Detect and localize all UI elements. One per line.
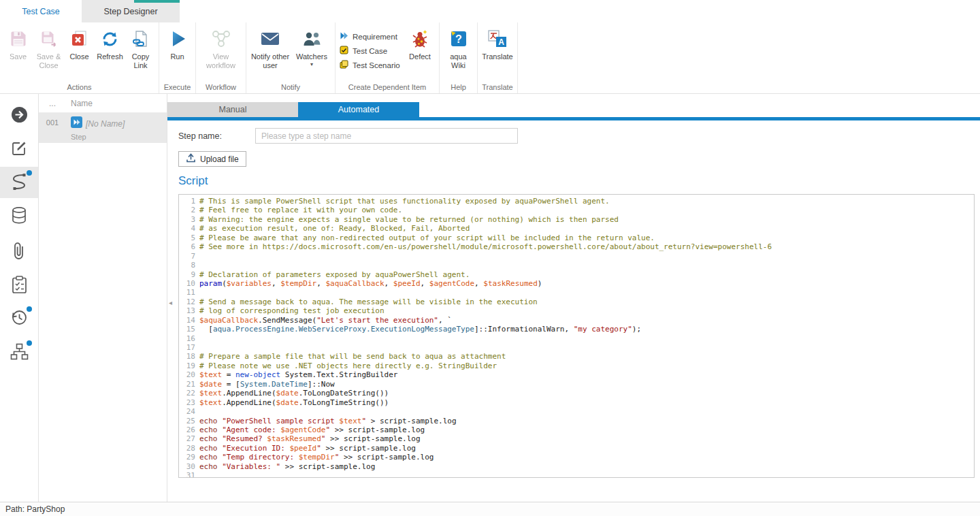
create-defect-label: Defect xyxy=(409,52,431,61)
step-name-input[interactable] xyxy=(255,128,518,144)
line-number: 2 xyxy=(179,206,199,214)
script-editor[interactable]: 1# This is sample PowerShell script that… xyxy=(178,194,975,478)
watchers-button[interactable]: Watchers ▾ xyxy=(291,24,332,67)
create-requirement-button[interactable]: Requirement xyxy=(338,29,404,44)
create-test-scenario-label: Test Scenario xyxy=(353,61,400,69)
line-number: 17 xyxy=(179,343,199,352)
step-list-item[interactable]: 001 [No Name] Step xyxy=(39,113,167,143)
line-number: 10 xyxy=(179,279,199,288)
code-line: 31 xyxy=(179,471,974,478)
code-line: 20$text = new-object System.Text.StringB… xyxy=(179,370,974,379)
close-button[interactable]: Close xyxy=(64,24,95,61)
sidebar-item-checklist[interactable] xyxy=(0,270,38,302)
panel-collapse-handle[interactable]: ◂ xyxy=(167,296,174,308)
step-row-body: [No Name] Step xyxy=(66,116,167,143)
sidebar-item-data[interactable] xyxy=(0,201,38,232)
code-line: 6# See more in https://docs.microsoft.co… xyxy=(179,242,974,251)
ribbon-group-translate-label: Translate xyxy=(478,83,517,91)
step-name-text: [No Name] xyxy=(86,119,125,129)
tab-manual[interactable]: Manual xyxy=(167,102,298,117)
test-case-icon xyxy=(340,46,348,56)
refresh-button[interactable]: Refresh xyxy=(95,24,125,61)
sidebar-item-edit[interactable] xyxy=(0,134,38,165)
close-button-label: Close xyxy=(69,52,88,61)
notification-dot xyxy=(27,306,32,312)
accent-bar xyxy=(134,0,180,3)
code-line: 15 [aqua.ProcessEngine.WebServiceProxy.E… xyxy=(179,325,974,334)
line-number: 26 xyxy=(179,425,199,434)
code-line: 5# Please be aware that any non-redirect… xyxy=(179,233,974,242)
defect-icon xyxy=(410,27,430,51)
upload-file-button[interactable]: Upload file xyxy=(178,151,246,167)
steps-header-options: ... xyxy=(39,99,66,108)
step-name-label: Step name: xyxy=(178,131,222,141)
line-number: 12 xyxy=(179,297,199,306)
copy-link-button[interactable]: Copy Link xyxy=(125,24,156,70)
create-test-scenario-button[interactable]: Test Scenario xyxy=(338,58,404,72)
create-test-case-button[interactable]: Test Case xyxy=(338,44,404,58)
save-button[interactable]: Save xyxy=(3,24,33,61)
aqua-wiki-button[interactable]: ? aqua Wiki xyxy=(442,24,474,70)
tab-step-designer[interactable]: Step Designer xyxy=(82,0,180,22)
ribbon-group-workflow-label: Workflow xyxy=(196,83,246,91)
tab-automated[interactable]: Automated xyxy=(298,102,419,117)
code-lines: 1# This is sample PowerShell script that… xyxy=(179,197,974,478)
line-number: 4 xyxy=(179,224,199,233)
sidebar-item-dependencies[interactable] xyxy=(0,337,38,368)
code-line: 22$text.AppendLine($date.ToLongDateStrin… xyxy=(179,389,974,398)
code-line: 28echo "Execution ID: $peeId" >> script-… xyxy=(179,444,974,453)
code-line: 1# This is sample PowerShell script that… xyxy=(179,197,974,206)
left-sidebar xyxy=(0,94,39,502)
code-line: 26echo "Agent code: $agentCode" >> scrip… xyxy=(179,425,974,434)
run-button[interactable]: Run xyxy=(162,24,193,61)
line-number: 19 xyxy=(179,361,199,370)
ribbon-group-translate: A Translate Translate xyxy=(478,22,518,93)
ribbon-group-actions-label: Actions xyxy=(0,83,159,91)
upload-icon xyxy=(186,153,196,165)
tab-test-case[interactable]: Test Case xyxy=(0,0,82,22)
mode-tabs: Manual Automated xyxy=(167,102,980,120)
code-line: 13# log of corresponding test job execut… xyxy=(179,306,974,315)
code-line: 8 xyxy=(179,261,974,270)
copy-link-icon xyxy=(132,27,150,51)
translate-icon: A xyxy=(487,27,508,51)
line-number: 28 xyxy=(179,444,199,453)
line-number: 16 xyxy=(179,334,199,343)
line-number: 6 xyxy=(179,242,199,251)
translate-button-label: Translate xyxy=(482,52,512,61)
sidebar-item-steps[interactable] xyxy=(0,167,38,198)
app-window: Test Case Step Designer Save Save & Clos… xyxy=(0,0,980,516)
steps-header-name: Name xyxy=(66,99,93,108)
aqua-wiki-button-label: aqua Wiki xyxy=(442,52,474,70)
create-test-case-label: Test Case xyxy=(353,47,387,55)
sidebar-item-history[interactable] xyxy=(0,303,38,334)
checklist-icon xyxy=(12,276,27,297)
notify-other-user-button[interactable]: Notify other user xyxy=(249,24,291,70)
translate-button[interactable]: A Translate xyxy=(480,24,514,61)
steps-icon xyxy=(9,171,29,194)
sidebar-item-expand[interactable] xyxy=(0,100,38,131)
run-icon xyxy=(168,27,187,51)
sidebar-item-attachments[interactable] xyxy=(0,236,38,268)
save-and-close-button[interactable]: Save & Close xyxy=(33,24,64,70)
line-number: 23 xyxy=(179,398,199,407)
view-workflow-button[interactable]: View workflow xyxy=(200,24,242,70)
code-line: 24 xyxy=(179,407,974,416)
code-line: 3# Warning: the engine expects a single … xyxy=(179,215,974,224)
create-defect-button[interactable]: Defect xyxy=(404,24,436,61)
code-line: 9# Declaration of parameters exposed by … xyxy=(179,270,974,279)
ribbon-group-workflow: View workflow Workflow xyxy=(196,22,246,93)
data-icon xyxy=(11,206,27,227)
view-workflow-icon xyxy=(211,27,231,51)
notification-dot xyxy=(27,340,32,346)
code-line: 21$date = [System.DateTime]::Now xyxy=(179,380,974,389)
code-line: 30echo "Variables: " >> script-sample.lo… xyxy=(179,462,974,471)
line-number: 11 xyxy=(179,288,199,297)
titlebar: Test Case Step Designer xyxy=(0,0,980,22)
code-line: 7 xyxy=(179,252,974,261)
refresh-icon xyxy=(101,27,119,51)
upload-file-label: Upload file xyxy=(200,155,239,164)
code-line: 23$text.AppendLine($date.ToLongTimeStrin… xyxy=(179,398,974,407)
ribbon-group-help-label: Help xyxy=(440,83,477,91)
attachment-icon xyxy=(12,242,26,263)
